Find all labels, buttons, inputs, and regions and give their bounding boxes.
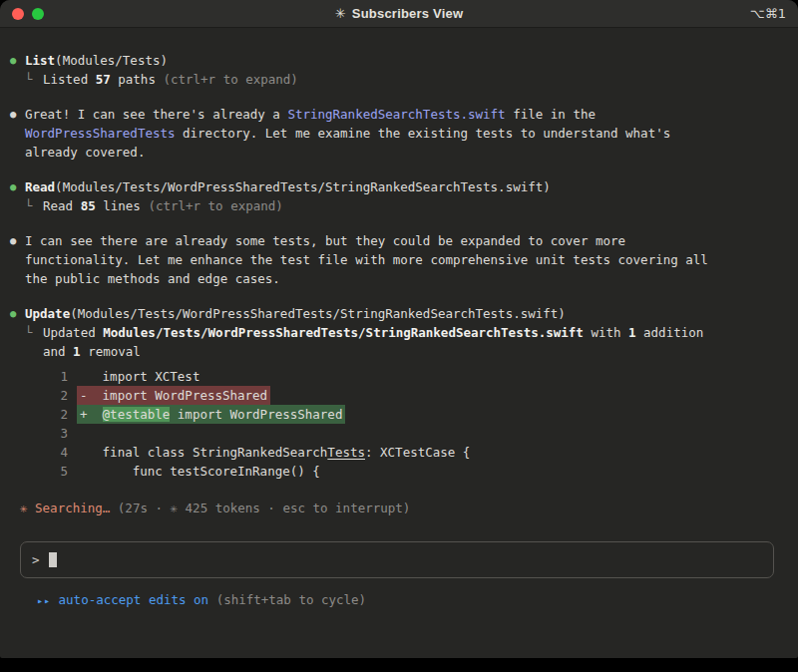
traffic-lights bbox=[12, 8, 44, 20]
text-cursor bbox=[49, 552, 57, 567]
auto-accept-label: auto-accept edits on bbox=[51, 592, 216, 607]
status-detail: (27s · ✳ 425 tokens · esc to interrupt) bbox=[118, 501, 411, 515]
close-window-button[interactable] bbox=[12, 8, 24, 20]
spinner-icon: ✳ bbox=[20, 501, 28, 515]
tool-call-line: Update(Modules/Tests/WordPressSharedTest… bbox=[25, 304, 784, 323]
diff-line-number: 3 bbox=[25, 424, 68, 443]
prompt-input[interactable]: > bbox=[20, 541, 774, 578]
diff-line-content: func testScoreInRange() { bbox=[77, 462, 323, 481]
diff-line-number: 5 bbox=[25, 462, 68, 481]
message-line: the public methods and edge cases. bbox=[25, 269, 784, 288]
diff-line-number: 1 bbox=[25, 367, 68, 386]
message-bullet-icon: ● bbox=[10, 231, 25, 288]
message-line: Great! I can see there's already a Strin… bbox=[25, 105, 784, 124]
result-connector-icon: └ bbox=[25, 70, 43, 89]
diff-line-number: 4 bbox=[25, 443, 68, 462]
tool-result-line: Updated Modules/Tests/WordPressSharedTes… bbox=[43, 323, 703, 342]
prompt-symbol: > bbox=[32, 550, 40, 569]
mode-indicator-bar: ▸▸ auto-accept edits on (shift+tab to cy… bbox=[37, 590, 784, 610]
zoom-window-button[interactable] bbox=[32, 8, 44, 20]
window-shortcut-hint: ⌥⌘1 bbox=[750, 6, 786, 21]
diff-row: 4 final class StringRankedSearchTests: X… bbox=[25, 443, 784, 462]
tool-entry-update: ● Update(Modules/Tests/WordPressSharedTe… bbox=[10, 304, 784, 481]
assistant-message-2: ● I can see there are already some tests… bbox=[10, 231, 784, 288]
tool-bullet-icon: ● bbox=[10, 304, 25, 481]
diff-line-content: final class StringRankedSearchTests: XCT… bbox=[77, 443, 473, 462]
tool-result-line: and 1 removal bbox=[43, 342, 703, 361]
diff-row-added: 2 + @testable import WordPressShared bbox=[25, 405, 784, 424]
diff-row: 1 import XCTest bbox=[25, 367, 784, 386]
tool-result-line: Listed 57 paths (ctrl+r to expand) bbox=[43, 70, 298, 89]
diff-line-content: import XCTest bbox=[77, 367, 202, 386]
assistant-message-1: ● Great! I can see there's already a Str… bbox=[10, 105, 784, 162]
tool-bullet-icon: ● bbox=[10, 177, 25, 215]
result-connector-icon: └ bbox=[25, 323, 43, 361]
tool-result-line: Read 85 lines (ctrl+r to expand) bbox=[43, 196, 283, 215]
diff-block: 1 import XCTest 2 - import WordPressShar… bbox=[25, 367, 784, 481]
message-line: functionality. Let me enhance the test f… bbox=[25, 250, 784, 269]
double-chevron-icon: ▸▸ bbox=[37, 595, 51, 606]
diff-line-number: 2 bbox=[25, 405, 68, 424]
status-label: Searching… bbox=[28, 501, 118, 515]
titlebar: ✳Subscribers View ⌥⌘1 bbox=[0, 0, 798, 28]
tool-entry-list: ● List(Modules/Tests) └ Listed 57 paths … bbox=[10, 51, 784, 89]
session-asterisk-icon: ✳ bbox=[335, 6, 346, 21]
diff-row: 5 func testScoreInRange() { bbox=[25, 462, 784, 481]
message-line: I can see there are already some tests, … bbox=[25, 231, 784, 250]
tool-call-line: Read(Modules/Tests/WordPressSharedTests/… bbox=[25, 177, 784, 196]
status-line: ✳ Searching… (27s · ✳ 425 tokens · esc t… bbox=[20, 499, 784, 517]
diff-row: 3 bbox=[25, 424, 784, 443]
message-line: already covered. bbox=[25, 143, 784, 162]
diff-line-number: 2 bbox=[25, 386, 68, 405]
auto-accept-hint: (shift+tab to cycle) bbox=[216, 592, 367, 607]
diff-line-content bbox=[77, 424, 83, 443]
message-line: WordPressSharedTests directory. Let me e… bbox=[25, 124, 784, 143]
tool-bullet-icon: ● bbox=[10, 51, 25, 89]
tool-call-line: List(Modules/Tests) bbox=[25, 51, 784, 70]
diff-line-content-added: + @testable import WordPressShared bbox=[77, 405, 345, 424]
message-bullet-icon: ● bbox=[10, 105, 25, 162]
session-transcript: ● List(Modules/Tests) └ Listed 57 paths … bbox=[0, 28, 798, 610]
diff-row-removed: 2 - import WordPressShared bbox=[25, 386, 784, 405]
window-title: ✳Subscribers View bbox=[335, 6, 463, 21]
result-connector-icon: └ bbox=[25, 196, 43, 215]
diff-line-content-removed: - import WordPressShared bbox=[77, 386, 270, 405]
tool-entry-read: ● Read(Modules/Tests/WordPressSharedTest… bbox=[10, 177, 784, 215]
terminal-window: ✳Subscribers View ⌥⌘1 ● List(Modules/Tes… bbox=[0, 0, 798, 658]
